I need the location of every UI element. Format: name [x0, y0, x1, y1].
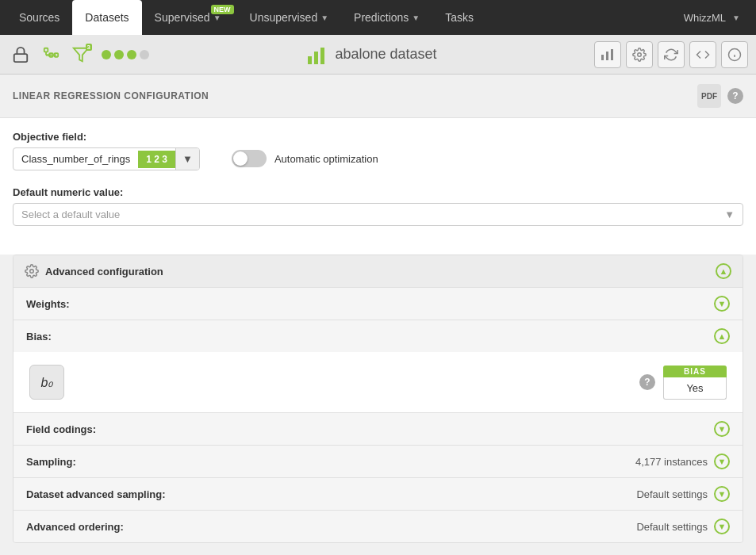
- chart-icon: [306, 44, 328, 66]
- pdf-button[interactable]: PDF: [697, 84, 721, 108]
- bias-help-icon[interactable]: ?: [639, 374, 655, 390]
- toggle-knob: [233, 151, 248, 166]
- unsupervised-arrow: ▼: [320, 13, 328, 22]
- supervised-arrow: ▼: [213, 13, 221, 22]
- default-numeric-placeholder: Select a default value: [21, 209, 120, 220]
- svg-rect-8: [308, 56, 312, 64]
- nav-predictions[interactable]: Predictions ▼: [341, 0, 432, 35]
- toolbar-right: [594, 41, 748, 68]
- bias-title: Bias:: [26, 331, 52, 343]
- svg-rect-0: [14, 54, 28, 62]
- field-codings-chevron[interactable]: ▼: [714, 421, 730, 437]
- advanced-ordering-title: Advanced ordering:: [26, 521, 124, 533]
- hierarchy-icon[interactable]: [38, 42, 63, 67]
- dataset-advanced-sampling-chevron[interactable]: ▼: [714, 486, 730, 502]
- bias-content: b₀ ? BIAS Yes: [13, 352, 743, 412]
- advanced-ordering-value: Default settings: [636, 521, 708, 533]
- weights-chevron[interactable]: ▼: [714, 296, 730, 312]
- user-arrow: ▼: [732, 13, 740, 22]
- field-codings-subsection: Field codings: ▼: [13, 412, 743, 445]
- bias-row: b₀ ? BIAS Yes: [29, 365, 727, 400]
- section-help-icon[interactable]: ?: [727, 88, 743, 104]
- info-btn[interactable]: [721, 41, 748, 68]
- section-title: LINEAR REGRESSION CONFIGURATION: [13, 90, 209, 101]
- weights-header[interactable]: Weights: ▼: [13, 288, 743, 320]
- default-numeric-label: Default numeric value:: [13, 186, 743, 198]
- svg-rect-1: [44, 48, 48, 52]
- sampling-subsection: Sampling: 4,177 instances ▼: [13, 445, 743, 477]
- sampling-header[interactable]: Sampling: 4,177 instances ▼: [13, 446, 743, 477]
- refresh-btn[interactable]: [658, 41, 685, 68]
- main-content: LINEAR REGRESSION CONFIGURATION PDF ? Ob…: [0, 75, 756, 555]
- dataset-advanced-sampling-title: Dataset advanced sampling:: [26, 488, 166, 500]
- bias-control: BIAS Yes: [663, 366, 727, 400]
- advanced-config-header[interactable]: Advanced configuration ▲: [13, 255, 743, 287]
- config-area: Objective field: Class_number_of_rings 1…: [0, 118, 756, 255]
- nav-sources[interactable]: Sources: [6, 0, 72, 35]
- svg-point-18: [30, 270, 34, 274]
- new-badge: NEW: [211, 5, 234, 14]
- advanced-ordering-subsection: Advanced ordering: Default settings ▼: [13, 510, 743, 542]
- advanced-ordering-chevron[interactable]: ▼: [714, 519, 730, 534]
- svg-rect-11: [601, 55, 604, 60]
- default-numeric-group: Default numeric value: Select a default …: [13, 186, 743, 226]
- bias-yes-btn[interactable]: Yes: [663, 377, 727, 400]
- field-codings-title: Field codings:: [26, 423, 96, 435]
- objective-field-group: Objective field: Class_number_of_rings 1…: [13, 131, 200, 170]
- svg-rect-10: [320, 48, 324, 64]
- dataset-advanced-sampling-value: Default settings: [636, 488, 708, 500]
- loading-dots: [102, 50, 149, 59]
- field-value: Class_number_of_rings: [13, 148, 138, 170]
- field-type-badge: 1 2 3: [138, 151, 175, 168]
- nav-user[interactable]: WhizzML ▼: [674, 12, 750, 24]
- toolbar: 3 abalone dataset: [0, 35, 756, 75]
- section-header: LINEAR REGRESSION CONFIGURATION PDF ?: [0, 75, 756, 118]
- bias-header[interactable]: Bias: ▲: [13, 320, 743, 352]
- sampling-title: Sampling:: [26, 456, 76, 468]
- top-nav: Sources Datasets Supervised NEW ▼ Unsupe…: [0, 0, 756, 35]
- objective-row: Objective field: Class_number_of_rings 1…: [13, 131, 743, 170]
- toolbar-title-area: abalone dataset: [154, 44, 589, 66]
- sampling-chevron[interactable]: ▼: [714, 454, 730, 469]
- select-arrow: ▼: [724, 209, 735, 220]
- weights-subsection: Weights: ▼: [13, 287, 743, 320]
- settings-btn[interactable]: [626, 41, 653, 68]
- svg-point-14: [638, 52, 642, 56]
- default-numeric-select[interactable]: Select a default value ▼: [13, 203, 743, 226]
- advanced-config-wrapper: Advanced configuration ▲ Weights: ▼ Bias…: [0, 255, 756, 555]
- auto-opt-label: Automatic optimization: [274, 153, 378, 165]
- auto-opt-toggle[interactable]: [232, 150, 267, 167]
- weights-title: Weights:: [26, 298, 70, 310]
- advanced-config-chevron[interactable]: ▲: [716, 263, 731, 279]
- field-codings-header[interactable]: Field codings: ▼: [13, 413, 743, 445]
- bias-b0-icon: b₀: [29, 365, 64, 400]
- advanced-config-title: Advanced configuration: [45, 266, 163, 278]
- advanced-gear-icon: [25, 264, 39, 278]
- nav-unsupervised[interactable]: Unsupervised ▼: [237, 0, 342, 35]
- predictions-arrow: ▼: [412, 13, 420, 22]
- bias-control-label: BIAS: [663, 366, 727, 377]
- field-arrow[interactable]: ▼: [175, 148, 199, 170]
- advanced-config-section: Advanced configuration ▲ Weights: ▼ Bias…: [13, 255, 743, 543]
- svg-rect-12: [606, 52, 608, 60]
- lock-icon[interactable]: [8, 42, 33, 67]
- dataset-advanced-sampling-subsection: Dataset advanced sampling: Default setti…: [13, 477, 743, 510]
- bias-chevron[interactable]: ▲: [714, 328, 730, 344]
- svg-rect-13: [611, 49, 613, 60]
- svg-rect-9: [314, 52, 318, 64]
- nav-tasks[interactable]: Tasks: [432, 0, 486, 35]
- code-btn[interactable]: [689, 41, 716, 68]
- dataset-title: abalone dataset: [335, 46, 436, 63]
- advanced-ordering-header[interactable]: Advanced ordering: Default settings ▼: [13, 511, 743, 542]
- sampling-value: 4,177 instances: [635, 456, 708, 468]
- chart-btn[interactable]: [594, 41, 621, 68]
- filter-badge: 3: [86, 44, 92, 51]
- filter-icon[interactable]: 3: [68, 42, 94, 67]
- bias-subsection: Bias: ▲ b₀ ? BIAS Yes: [13, 320, 743, 412]
- field-selector[interactable]: Class_number_of_rings 1 2 3 ▼: [13, 147, 200, 170]
- auto-opt-group: Automatic optimization: [232, 150, 378, 167]
- objective-label: Objective field:: [13, 131, 200, 143]
- nav-datasets[interactable]: Datasets: [72, 0, 141, 35]
- nav-supervised[interactable]: Supervised NEW ▼: [142, 0, 237, 35]
- dataset-advanced-sampling-header[interactable]: Dataset advanced sampling: Default setti…: [13, 478, 743, 510]
